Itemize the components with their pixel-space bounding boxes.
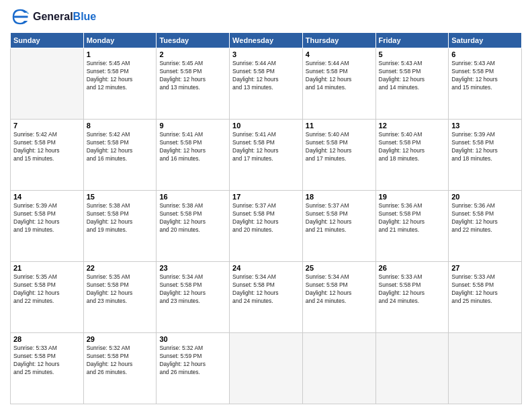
day-info: Sunrise: 5:33 AMSunset: 5:58 PMDaylight:…: [379, 273, 446, 306]
day-info: Sunrise: 5:40 AMSunset: 5:58 PMDaylight:…: [379, 131, 446, 163]
day-info: Sunrise: 5:38 AMSunset: 5:58 PMDaylight:…: [87, 202, 154, 234]
day-number: 30: [159, 335, 226, 343]
day-info: Sunrise: 5:37 AMSunset: 5:58 PMDaylight:…: [306, 202, 373, 234]
day-info: Sunrise: 5:35 AMSunset: 5:58 PMDaylight:…: [13, 273, 81, 306]
day-info: Sunrise: 5:40 AMSunset: 5:58 PMDaylight:…: [306, 131, 373, 163]
logo-icon: [10, 7, 30, 27]
calendar-cell: 10Sunrise: 5:41 AMSunset: 5:58 PMDayligh…: [230, 120, 303, 191]
calendar-cell: 20Sunrise: 5:36 AMSunset: 5:58 PMDayligh…: [449, 191, 522, 262]
day-info: Sunrise: 5:42 AMSunset: 5:58 PMDaylight:…: [13, 131, 81, 163]
day-info: Sunrise: 5:33 AMSunset: 5:58 PMDaylight:…: [451, 273, 519, 306]
calendar-cell: 12Sunrise: 5:40 AMSunset: 5:58 PMDayligh…: [375, 120, 449, 191]
day-info: Sunrise: 5:37 AMSunset: 5:58 PMDaylight:…: [232, 202, 300, 234]
day-info: Sunrise: 5:34 AMSunset: 5:58 PMDaylight:…: [306, 273, 373, 306]
calendar-cell: 19Sunrise: 5:36 AMSunset: 5:58 PMDayligh…: [375, 191, 449, 262]
day-number: 21: [13, 264, 81, 272]
day-number: 16: [159, 193, 226, 201]
day-number: 17: [232, 193, 300, 201]
day-info: Sunrise: 5:32 AMSunset: 5:58 PMDaylight:…: [87, 345, 154, 377]
calendar-cell: [375, 333, 449, 404]
day-info: Sunrise: 5:42 AMSunset: 5:58 PMDaylight:…: [87, 131, 154, 163]
calendar-week-0: 1Sunrise: 5:45 AMSunset: 5:58 PMDaylight…: [11, 48, 522, 120]
day-number: 7: [13, 122, 81, 130]
calendar-col-monday: Monday: [83, 33, 157, 48]
calendar-col-friday: Friday: [375, 33, 449, 48]
calendar-cell: 1Sunrise: 5:45 AMSunset: 5:58 PMDaylight…: [83, 48, 157, 120]
day-number: 29: [87, 335, 154, 343]
day-info: Sunrise: 5:36 AMSunset: 5:58 PMDaylight:…: [451, 202, 519, 234]
day-info: Sunrise: 5:45 AMSunset: 5:58 PMDaylight:…: [87, 60, 154, 92]
header: GeneralBlue: [10, 7, 522, 27]
day-info: Sunrise: 5:34 AMSunset: 5:58 PMDaylight:…: [232, 273, 300, 306]
calendar-col-thursday: Thursday: [302, 33, 375, 48]
day-number: 25: [306, 264, 373, 272]
calendar-cell: 8Sunrise: 5:42 AMSunset: 5:58 PMDaylight…: [83, 120, 157, 191]
day-number: 22: [87, 264, 154, 272]
calendar-header-row: SundayMondayTuesdayWednesdayThursdayFrid…: [11, 33, 522, 48]
calendar-week-3: 21Sunrise: 5:35 AMSunset: 5:58 PMDayligh…: [11, 262, 522, 333]
day-number: 26: [379, 264, 446, 272]
day-info: Sunrise: 5:41 AMSunset: 5:58 PMDaylight:…: [159, 131, 226, 163]
day-number: 5: [379, 50, 446, 58]
calendar-cell: 5Sunrise: 5:43 AMSunset: 5:58 PMDaylight…: [375, 48, 449, 120]
day-number: 12: [379, 122, 446, 130]
calendar-cell: 7Sunrise: 5:42 AMSunset: 5:58 PMDaylight…: [11, 120, 84, 191]
calendar-col-wednesday: Wednesday: [230, 33, 303, 48]
logo-text: GeneralBlue: [33, 11, 96, 23]
calendar-cell: 9Sunrise: 5:41 AMSunset: 5:58 PMDaylight…: [157, 120, 230, 191]
calendar-cell: 15Sunrise: 5:38 AMSunset: 5:58 PMDayligh…: [83, 191, 157, 262]
day-number: 10: [232, 122, 300, 130]
day-number: 6: [451, 50, 519, 58]
day-number: 4: [306, 50, 373, 58]
calendar-cell: 3Sunrise: 5:44 AMSunset: 5:58 PMDaylight…: [230, 48, 303, 120]
calendar-cell: 24Sunrise: 5:34 AMSunset: 5:58 PMDayligh…: [230, 262, 303, 333]
day-number: 27: [451, 264, 519, 272]
day-info: Sunrise: 5:41 AMSunset: 5:58 PMDaylight:…: [232, 131, 300, 163]
calendar-cell: 13Sunrise: 5:39 AMSunset: 5:58 PMDayligh…: [449, 120, 522, 191]
calendar-cell: 2Sunrise: 5:45 AMSunset: 5:58 PMDaylight…: [157, 48, 230, 120]
calendar-cell: 21Sunrise: 5:35 AMSunset: 5:58 PMDayligh…: [11, 262, 84, 333]
calendar-cell: 29Sunrise: 5:32 AMSunset: 5:58 PMDayligh…: [83, 333, 157, 404]
calendar-cell: [11, 48, 84, 120]
calendar-cell: 17Sunrise: 5:37 AMSunset: 5:58 PMDayligh…: [230, 191, 303, 262]
calendar-table: SundayMondayTuesdayWednesdayThursdayFrid…: [10, 32, 522, 404]
day-info: Sunrise: 5:33 AMSunset: 5:58 PMDaylight:…: [13, 345, 81, 377]
day-info: Sunrise: 5:34 AMSunset: 5:58 PMDaylight:…: [159, 273, 226, 306]
calendar-cell: 22Sunrise: 5:35 AMSunset: 5:58 PMDayligh…: [83, 262, 157, 333]
calendar-cell: 23Sunrise: 5:34 AMSunset: 5:58 PMDayligh…: [157, 262, 230, 333]
calendar-cell: 28Sunrise: 5:33 AMSunset: 5:58 PMDayligh…: [11, 333, 84, 404]
day-number: 23: [159, 264, 226, 272]
day-number: 8: [87, 122, 154, 130]
logo: GeneralBlue: [10, 7, 96, 27]
day-number: 1: [87, 50, 154, 58]
day-number: 19: [379, 193, 446, 201]
day-number: 15: [87, 193, 154, 201]
day-info: Sunrise: 5:45 AMSunset: 5:58 PMDaylight:…: [159, 60, 226, 92]
day-number: 18: [306, 193, 373, 201]
day-number: 9: [159, 122, 226, 130]
calendar-cell: [302, 333, 375, 404]
day-info: Sunrise: 5:39 AMSunset: 5:58 PMDaylight:…: [13, 202, 81, 234]
calendar-cell: 26Sunrise: 5:33 AMSunset: 5:58 PMDayligh…: [375, 262, 449, 333]
day-number: 20: [451, 193, 519, 201]
day-number: 11: [306, 122, 373, 130]
calendar-col-tuesday: Tuesday: [157, 33, 230, 48]
calendar-week-2: 14Sunrise: 5:39 AMSunset: 5:58 PMDayligh…: [11, 191, 522, 262]
calendar-cell: 6Sunrise: 5:43 AMSunset: 5:58 PMDaylight…: [449, 48, 522, 120]
day-info: Sunrise: 5:36 AMSunset: 5:58 PMDaylight:…: [379, 202, 446, 234]
day-number: 28: [13, 335, 81, 343]
calendar-col-saturday: Saturday: [449, 33, 522, 48]
day-info: Sunrise: 5:35 AMSunset: 5:58 PMDaylight:…: [87, 273, 154, 306]
calendar-week-1: 7Sunrise: 5:42 AMSunset: 5:58 PMDaylight…: [11, 120, 522, 191]
day-number: 14: [13, 193, 81, 201]
day-number: 3: [232, 50, 300, 58]
calendar-col-sunday: Sunday: [11, 33, 84, 48]
calendar-cell: 27Sunrise: 5:33 AMSunset: 5:58 PMDayligh…: [449, 262, 522, 333]
calendar-cell: 4Sunrise: 5:44 AMSunset: 5:58 PMDaylight…: [302, 48, 375, 120]
day-info: Sunrise: 5:39 AMSunset: 5:58 PMDaylight:…: [451, 131, 519, 163]
calendar-cell: 18Sunrise: 5:37 AMSunset: 5:58 PMDayligh…: [302, 191, 375, 262]
day-info: Sunrise: 5:43 AMSunset: 5:58 PMDaylight:…: [379, 60, 446, 92]
calendar-cell: 11Sunrise: 5:40 AMSunset: 5:58 PMDayligh…: [302, 120, 375, 191]
calendar-cell: 30Sunrise: 5:32 AMSunset: 5:59 PMDayligh…: [157, 333, 230, 404]
calendar-cell: 16Sunrise: 5:38 AMSunset: 5:58 PMDayligh…: [157, 191, 230, 262]
